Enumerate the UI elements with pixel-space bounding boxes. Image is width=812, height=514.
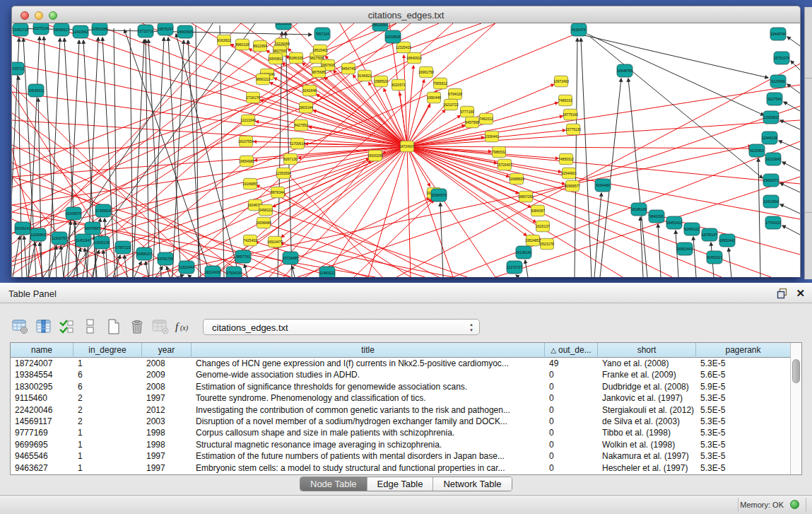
table-row[interactable]: 969969511998Structural magnetic resonanc…: [11, 439, 791, 450]
table-scrollbar[interactable]: [790, 343, 801, 474]
graph-node[interactable]: 9163822: [217, 35, 231, 46]
graph-node[interactable]: 15720407: [497, 159, 512, 170]
graph-node[interactable]: 8813054: [372, 23, 388, 31]
new-file-icon[interactable]: [105, 317, 122, 337]
table-row[interactable]: 946362711997Embryonic stem cells: a mode…: [11, 462, 791, 474]
graph-node[interactable]: 9875685: [312, 66, 326, 78]
table-row[interactable]: 1872400712008Changes of HCN gene express…: [11, 358, 791, 369]
delete-icon[interactable]: [128, 317, 146, 337]
graph-node[interactable]: 7462012: [479, 113, 493, 124]
graph-node[interactable]: 11575104: [33, 23, 49, 35]
graph-node[interactable]: 19575247: [158, 23, 173, 35]
graph-node[interactable]: 17504150: [226, 267, 242, 277]
column-visibility-icon[interactable]: [35, 317, 52, 337]
graph-node[interactable]: 12505135: [94, 236, 110, 249]
graph-node[interactable]: 11451947: [76, 234, 91, 247]
graph-node[interactable]: 10648784: [617, 64, 632, 77]
graph-node[interactable]: 15722711: [138, 25, 153, 37]
graph-node[interactable]: 10973493: [553, 76, 569, 87]
graph-node[interactable]: 18663605: [177, 25, 193, 38]
graph-node[interactable]: 80969577: [565, 180, 580, 192]
graph-node[interactable]: 19654985: [239, 156, 254, 167]
graph-node[interactable]: 7485033: [558, 95, 572, 106]
graph-node[interactable]: 3498222: [259, 204, 273, 216]
table-row[interactable]: 911546021997Tourette syndrome. Phenomeno…: [11, 392, 791, 404]
graph-node[interactable]: 19166857: [242, 178, 258, 189]
graph-node[interactable]: 12410563: [73, 25, 88, 38]
graph-node[interactable]: 9777169: [460, 106, 474, 117]
graph-node[interactable]: 7955812: [433, 78, 447, 89]
graph-node[interactable]: 16782759: [158, 252, 173, 265]
graph-node[interactable]: 10688609: [509, 173, 524, 185]
graph-node[interactable]: 20351715: [13, 23, 28, 36]
graph-node[interactable]: 7986532: [492, 146, 506, 158]
graph-node[interactable]: 12325419: [396, 42, 411, 53]
graph-node[interactable]: 16136141: [516, 246, 531, 259]
graph-node[interactable]: 9890212: [256, 74, 270, 85]
graph-node[interactable]: 92450121: [684, 223, 700, 235]
graph-node[interactable]: 12481522: [319, 267, 335, 277]
graph-node[interactable]: 19448744: [770, 28, 786, 40]
graph-node[interactable]: 16958117: [54, 23, 69, 36]
graph-node[interactable]: 17957223: [115, 241, 131, 254]
graph-node[interactable]: 12410564: [763, 195, 779, 208]
graph-node[interactable]: 18300295: [367, 150, 383, 161]
graph-node[interactable]: 17704153: [765, 216, 781, 229]
graph-node[interactable]: 8427552: [294, 119, 308, 131]
graph-node[interactable]: 9227543: [767, 93, 782, 105]
graph-node[interactable]: 11700614: [290, 138, 305, 149]
graph-node[interactable]: 15692971: [763, 174, 779, 187]
graph-node[interactable]: 20539311: [28, 84, 44, 97]
tab-node-table[interactable]: Node Table: [300, 477, 367, 491]
graph-node[interactable]: 8215953: [749, 144, 765, 157]
row-selection-icon[interactable]: [58, 317, 76, 337]
graph-node[interactable]: 8130474: [571, 23, 587, 36]
graph-node[interactable]: 8186328: [289, 52, 303, 64]
graph-node[interactable]: 6497568: [465, 117, 479, 128]
graph-node[interactable]: 7857224: [314, 28, 330, 40]
tab-network-table[interactable]: Network Table: [433, 477, 511, 491]
graph-node[interactable]: 11156863: [30, 228, 46, 241]
graph-node[interactable]: 16033809: [276, 23, 291, 30]
table-options-icon[interactable]: [11, 317, 29, 337]
graph-node[interactable]: 1615137: [536, 221, 550, 232]
graph-node[interactable]: 17359924: [95, 204, 111, 217]
graph-node[interactable]: 18807293: [518, 191, 534, 202]
table-row[interactable]: 977716911998Corpus callosum shape and si…: [11, 427, 791, 438]
tab-edge-table[interactable]: Edge Table: [367, 477, 433, 491]
graph-node[interactable]: 8454749: [341, 63, 355, 74]
graph-node[interactable]: 2336441: [485, 131, 499, 142]
column-header-pagerank[interactable]: pagerank: [696, 343, 791, 358]
graph-node[interactable]: 16543812: [268, 53, 283, 64]
graph-node[interactable]: 18515461: [312, 45, 328, 56]
graph-node[interactable]: 9154490: [595, 179, 611, 192]
graph-node[interactable]: 20206576: [66, 207, 81, 220]
import-table-icon[interactable]: [151, 317, 169, 337]
float-panel-icon[interactable]: [777, 288, 788, 299]
graph-hub-node[interactable]: 18724007: [399, 141, 415, 152]
graph-node[interactable]: 18640910: [406, 52, 422, 64]
graph-node[interactable]: 12213349: [240, 115, 256, 126]
table-row[interactable]: 2242004622012Investigating the contribut…: [11, 404, 791, 416]
graph-node[interactable]: 16210643: [765, 153, 781, 165]
graph-node[interactable]: 8912954: [253, 40, 267, 52]
graph-node[interactable]: 10335711: [12, 62, 24, 75]
graph-node[interactable]: 18775165: [563, 109, 578, 120]
graph-node[interactable]: 1588520: [374, 76, 388, 87]
rows-icon[interactable]: [81, 317, 99, 337]
window-titlebar[interactable]: citations_edges.txt: [11, 6, 801, 23]
graph-node[interactable]: 90975887: [85, 222, 100, 235]
table-row[interactable]: 1830029562008Estimation of significance …: [11, 381, 791, 392]
graph-node[interactable]: 19524851: [525, 235, 541, 246]
column-header-in_degree[interactable]: in_degree: [73, 343, 142, 358]
graph-node[interactable]: 15718485: [283, 252, 298, 264]
graph-node[interactable]: 18952442: [719, 234, 735, 247]
graph-node[interactable]: 19218506: [385, 30, 401, 43]
graph-node[interactable]: 15775135: [565, 124, 581, 135]
graph-node[interactable]: 16210722: [443, 99, 459, 110]
graph-node[interactable]: 12342757: [52, 232, 67, 245]
graph-node[interactable]: 18224009: [205, 266, 220, 277]
network-canvas[interactable]: 1872400791638228960128891295423226058982…: [11, 23, 801, 277]
graph-node[interactable]: 16914479: [267, 236, 283, 247]
graph-node[interactable]: 2718176: [246, 92, 260, 103]
